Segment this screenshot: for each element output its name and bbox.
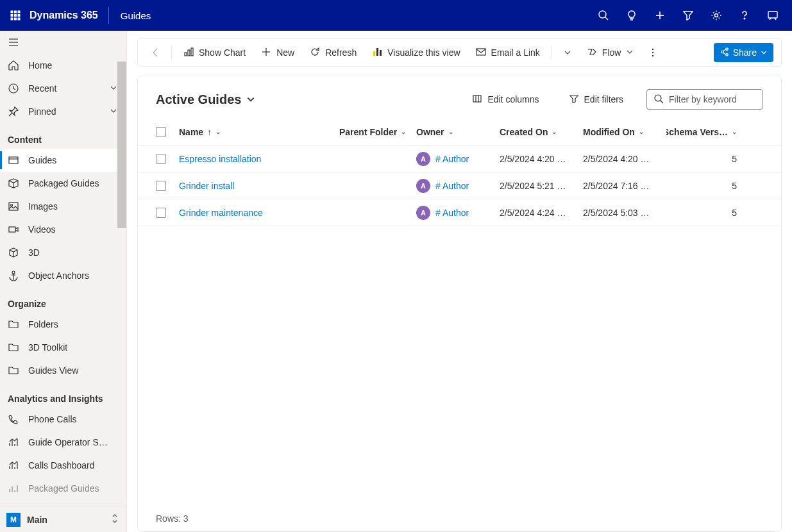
owner-link[interactable]: # Author <box>435 208 469 218</box>
row-checkbox[interactable] <box>156 154 166 164</box>
overflow-button[interactable] <box>643 42 663 63</box>
chevron-down-icon: ⌄ <box>401 128 406 135</box>
sidebar-item-recent[interactable]: Recent <box>0 77 126 100</box>
search-icon[interactable] <box>589 0 618 31</box>
sidebar-item-guides[interactable]: Guides <box>0 149 126 172</box>
back-button[interactable] <box>146 42 166 63</box>
sidebar-item-guides-view[interactable]: Guides View <box>0 359 126 382</box>
visualize-icon <box>372 47 382 59</box>
settings-icon[interactable] <box>702 0 730 31</box>
share-icon <box>720 47 729 58</box>
view-title-text: Active Guides <box>156 92 241 107</box>
help-icon[interactable] <box>730 0 759 31</box>
modified-cell: 2/5/2024 5:03 … <box>583 208 650 218</box>
edit-filters-button[interactable]: Edit filters <box>565 91 627 108</box>
svg-point-14 <box>744 18 745 19</box>
sidebar-item-3d[interactable]: 3D <box>0 241 126 264</box>
owner-link[interactable]: # Author <box>435 181 469 191</box>
owner-link[interactable]: # Author <box>435 154 469 164</box>
grid-footer: Rows: 3 <box>138 506 781 531</box>
svg-rect-45 <box>373 51 375 56</box>
svg-rect-55 <box>473 96 481 102</box>
share-button[interactable]: Share <box>714 43 773 62</box>
svg-rect-3 <box>11 15 13 17</box>
assistant-icon[interactable] <box>759 0 787 31</box>
area-name: Main <box>27 515 105 525</box>
cmd-label: Share <box>733 47 757 58</box>
sidebar-item-calls-dashboard[interactable]: Calls Dashboard <box>0 454 126 477</box>
table-row[interactable]: Grinder install A# Author 2/5/2024 5:21 … <box>138 172 781 199</box>
view-title[interactable]: Active Guides <box>156 92 255 107</box>
sidebar-item-packaged-guides[interactable]: Packaged Guides <box>0 172 126 195</box>
created-cell: 2/5/2024 4:24 … <box>500 208 566 218</box>
schema-cell: 5 <box>666 181 737 191</box>
column-header-owner[interactable]: Owner⌄ <box>416 127 500 137</box>
svg-rect-40 <box>185 53 187 56</box>
sidebar-item-label: Videos <box>28 224 119 235</box>
brand-label[interactable]: Dynamics 365 <box>29 10 108 21</box>
column-header-schema[interactable]: Schema Vers…⌄ <box>666 127 737 137</box>
svg-rect-15 <box>768 12 777 18</box>
sidebar-item-guide-operator[interactable]: Guide Operator S… <box>0 431 126 454</box>
record-name-link[interactable]: Grinder maintenance <box>179 208 263 218</box>
sidebar-item-pinned[interactable]: Pinned <box>0 100 126 123</box>
table-row[interactable]: Espresso installation A# Author 2/5/2024… <box>138 145 781 172</box>
email-link-button[interactable]: Email a Link <box>469 42 546 63</box>
sort-asc-icon: ↑ <box>207 127 212 137</box>
svg-rect-2 <box>18 11 20 13</box>
svg-point-9 <box>599 11 606 18</box>
scrollbar[interactable] <box>117 62 126 228</box>
sidebar-item-phone-calls[interactable]: Phone Calls <box>0 408 126 431</box>
sidebar-item-images[interactable]: Images <box>0 195 126 218</box>
filter-icon <box>569 94 579 106</box>
sidebar-toggle[interactable] <box>0 31 126 54</box>
svg-rect-48 <box>476 49 485 55</box>
record-name-link[interactable]: Espresso installation <box>179 154 261 164</box>
col-label: Modified On <box>583 127 635 137</box>
cube-icon <box>8 247 19 258</box>
column-header-created[interactable]: Created On⌄ <box>500 127 583 137</box>
mail-icon <box>476 47 486 59</box>
sidebar-item-label: Packaged Guides <box>28 178 119 188</box>
lightbulb-icon[interactable] <box>618 0 646 31</box>
app-name-label[interactable]: Guides <box>112 10 151 21</box>
row-checkbox[interactable] <box>156 208 166 218</box>
filter-input[interactable] <box>669 94 756 104</box>
chevron-down-icon: ⌄ <box>448 128 453 135</box>
visualize-button[interactable]: Visualize this view <box>366 42 466 63</box>
folder-icon <box>8 319 19 330</box>
app-launcher-icon[interactable] <box>5 5 26 26</box>
filter-input-container[interactable] <box>646 89 763 110</box>
plus-icon <box>261 47 271 59</box>
columns-icon <box>472 94 482 106</box>
sidebar-item-home[interactable]: Home <box>0 54 126 77</box>
sidebar-item-packaged-guides-2[interactable]: Packaged Guides <box>0 477 126 500</box>
column-header-modified[interactable]: Modified On⌄ <box>583 127 666 137</box>
select-all-checkbox[interactable] <box>156 127 166 137</box>
column-header-name[interactable]: Name ↑⌄ <box>179 127 339 137</box>
table-row[interactable]: Grinder maintenance A# Author 2/5/2024 4… <box>138 199 781 226</box>
edit-columns-button[interactable]: Edit columns <box>468 91 543 108</box>
cmd-label: Flow <box>602 47 621 58</box>
svg-rect-1 <box>15 11 17 13</box>
column-header-parent-folder[interactable]: Parent Folder⌄ <box>339 127 416 137</box>
sidebar-item-videos[interactable]: Videos <box>0 218 126 241</box>
chevron-down-icon: ⌄ <box>215 128 221 135</box>
svg-point-25 <box>12 271 15 274</box>
email-dropdown[interactable] <box>557 42 578 63</box>
area-switcher[interactable]: M Main <box>0 506 126 532</box>
refresh-button[interactable]: Refresh <box>303 42 363 63</box>
svg-rect-4 <box>15 15 17 17</box>
topnav-divider <box>108 7 109 24</box>
add-icon[interactable] <box>646 0 674 31</box>
new-button[interactable]: New <box>255 42 301 63</box>
record-name-link[interactable]: Grinder install <box>179 181 234 191</box>
filter-icon[interactable] <box>674 0 702 31</box>
sidebar-item-label: 3D <box>28 247 119 258</box>
sidebar-item-object-anchors[interactable]: Object Anchors <box>0 264 126 287</box>
flow-button[interactable]: Flow <box>580 42 641 63</box>
sidebar-item-folders[interactable]: Folders <box>0 313 126 336</box>
show-chart-button[interactable]: Show Chart <box>177 42 252 63</box>
row-checkbox[interactable] <box>156 181 166 191</box>
sidebar-item-3d-toolkit[interactable]: 3D Toolkit <box>0 336 126 359</box>
